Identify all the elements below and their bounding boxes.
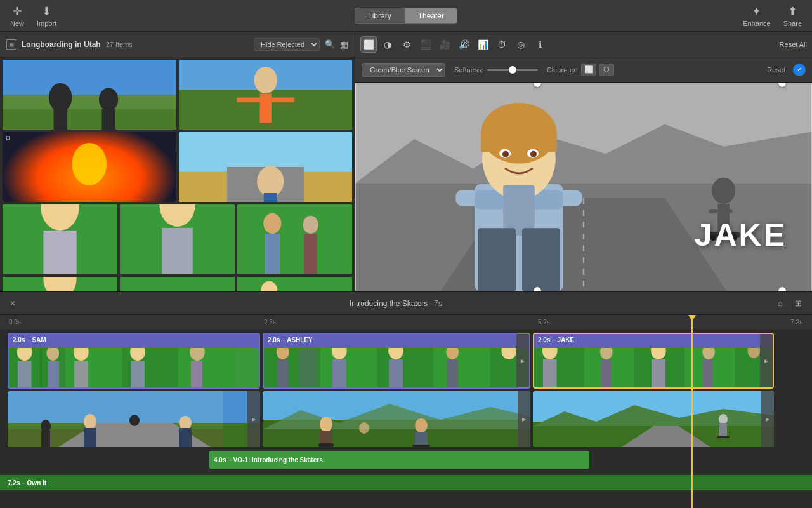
- ruler-mark-2: 5.2s: [538, 319, 550, 326]
- svg-rect-92: [389, 359, 403, 387]
- preview-canvas[interactable]: JAKE: [355, 83, 812, 291]
- sam-outdoor-clip[interactable]: ▶: [8, 391, 260, 447]
- music-track[interactable]: 7.2s – Own It: [0, 475, 812, 490]
- camera-tool[interactable]: 🎥: [436, 36, 453, 53]
- svg-rect-72: [48, 361, 59, 387]
- thumbnail-9[interactable]: [120, 277, 235, 291]
- svg-rect-75: [74, 361, 88, 387]
- info-tool[interactable]: ℹ: [532, 36, 548, 53]
- ashley-clip[interactable]: 2.0s – ASHLEY: [263, 333, 530, 389]
- music-track-label: 7.2s – Own It: [8, 479, 46, 486]
- svg-rect-141: [719, 423, 727, 436]
- svg-rect-134: [412, 444, 430, 447]
- thumbnail-3[interactable]: ⚙: [3, 132, 176, 202]
- ashley-outdoor-transition: ▶: [518, 391, 530, 447]
- new-label: New: [10, 20, 24, 27]
- greenscreen-track: 2.0s – SAM: [0, 333, 812, 389]
- svg-rect-10: [259, 93, 271, 123]
- svg-point-18: [257, 166, 284, 197]
- thumbnail-7[interactable]: [237, 204, 352, 274]
- svg-rect-78: [131, 361, 145, 387]
- svg-point-140: [719, 414, 728, 424]
- share-button[interactable]: ⬆ Share: [783, 4, 802, 27]
- svg-rect-131: [318, 443, 334, 447]
- new-icon: ✛: [13, 4, 22, 18]
- cleanup-label: Clean-up:: [547, 66, 577, 74]
- thumbnail-4[interactable]: [179, 132, 353, 202]
- effect-select-wrap: Green/Blue Screen Picture in Picture: [362, 63, 445, 77]
- new-button[interactable]: ✛ New: [10, 4, 24, 27]
- svg-point-5: [99, 88, 118, 110]
- svg-point-121: [129, 415, 140, 426]
- jake-outdoor-clip[interactable]: ▶: [533, 391, 774, 447]
- timeline-grid-button[interactable]: ⊞: [792, 297, 804, 310]
- svg-point-14: [72, 143, 107, 185]
- transform-tool[interactable]: ⬛: [417, 36, 434, 53]
- speed-tool[interactable]: ⏱: [494, 36, 510, 53]
- jake-name-text: JAKE: [695, 217, 787, 253]
- svg-rect-2: [3, 109, 176, 130]
- crop-tool[interactable]: ⬜: [360, 36, 377, 53]
- tab-theater[interactable]: Theater: [405, 8, 457, 24]
- ruler-mark-0: 0.0s: [9, 319, 21, 326]
- overlay-tool[interactable]: ◎: [513, 36, 529, 53]
- softness-slider[interactable]: [487, 69, 538, 71]
- svg-rect-65: [522, 228, 560, 291]
- timeline-home-button[interactable]: ⌂: [774, 297, 787, 310]
- vo-track[interactable]: 4.0s – VO-1: Introducing the Skaters: [209, 451, 589, 469]
- ashley-outdoor-clip[interactable]: ▶: [263, 391, 530, 447]
- tab-library[interactable]: Library: [355, 8, 405, 24]
- softness-label: Softness:: [454, 66, 483, 74]
- import-label: Import: [37, 20, 56, 27]
- thumbnail-6[interactable]: [120, 204, 235, 274]
- thumbnail-2[interactable]: [179, 60, 353, 130]
- jake-clip[interactable]: 2.0s – JAKE: [533, 333, 774, 389]
- search-icon[interactable]: 🔍: [325, 39, 335, 49]
- timeline-title: Introducing the Skaters 7s: [23, 299, 769, 308]
- thumbnail-10[interactable]: [237, 277, 352, 291]
- svg-rect-101: [543, 359, 557, 387]
- music-track-row: 7.2s – Own It: [0, 474, 812, 491]
- share-label: Share: [783, 20, 802, 27]
- reset-button[interactable]: Reset: [767, 66, 785, 74]
- thumbnail-5[interactable]: [3, 204, 117, 274]
- cleanup-btn-2[interactable]: ⬡: [599, 64, 614, 76]
- effect-select[interactable]: Green/Blue Screen Picture in Picture: [362, 63, 445, 77]
- svg-rect-35: [237, 277, 352, 291]
- filter-select[interactable]: Hide Rejected Show All: [254, 38, 320, 51]
- done-button[interactable]: ✓: [793, 64, 806, 76]
- svg-point-27: [263, 213, 281, 234]
- timeline-right-buttons: ⌂ ⊞: [774, 297, 804, 310]
- color-tool[interactable]: ◑: [379, 36, 396, 53]
- sam-outdoor-transition: ▶: [247, 391, 260, 447]
- svg-point-135: [359, 422, 369, 434]
- svg-rect-95: [447, 359, 458, 387]
- svg-rect-12: [271, 98, 294, 103]
- playhead[interactable]: [691, 315, 693, 330]
- svg-rect-142: [717, 436, 730, 438]
- timeline-header: ✕ Introducing the Skaters 7s ⌂ ⊞: [0, 292, 812, 315]
- stats-tool[interactable]: 📊: [475, 36, 491, 53]
- effects-tool[interactable]: ⚙: [398, 36, 415, 53]
- reset-all-button[interactable]: Reset All: [780, 41, 807, 48]
- sam-clip[interactable]: 2.0s – SAM: [8, 333, 260, 389]
- svg-point-129: [320, 417, 332, 432]
- sam-outdoor-thumbnail: [8, 391, 260, 447]
- softness-thumb[interactable]: [509, 66, 516, 74]
- thumbnail-8[interactable]: [3, 277, 117, 291]
- svg-rect-110: [703, 359, 713, 387]
- close-timeline-button[interactable]: ✕: [8, 298, 18, 309]
- filmstrip-icon[interactable]: ▦: [340, 39, 348, 50]
- ashley-outdoor-thumbnail: [263, 391, 530, 447]
- thumbnail-1[interactable]: [3, 60, 176, 130]
- media-header: ▣ Longboarding in Utah 27 Items Hide Rej…: [0, 32, 355, 57]
- enhance-label: Enhance: [743, 20, 770, 27]
- import-button[interactable]: ⬇ Import: [37, 4, 56, 27]
- cleanup-btn-1[interactable]: ⬜: [581, 64, 596, 76]
- toolbar-right: ✦ Enhance ⬆ Share: [743, 4, 802, 27]
- enhance-button[interactable]: ✦ Enhance: [743, 4, 770, 27]
- svg-rect-19: [263, 193, 277, 202]
- audio-tool[interactable]: 🔊: [455, 36, 472, 53]
- top-toolbar: ✛ New ⬇ Import Library Theater ✦ Enhance…: [0, 0, 812, 32]
- svg-point-62: [530, 151, 537, 157]
